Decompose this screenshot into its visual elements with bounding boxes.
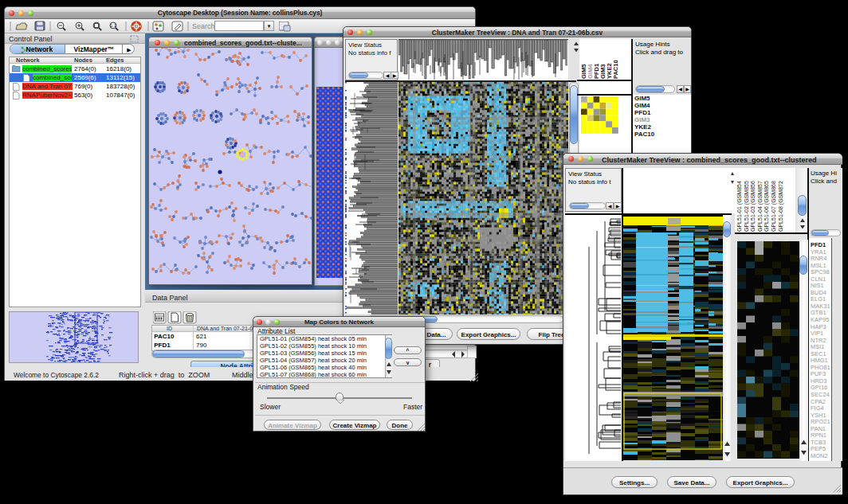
svg-text:1:1: 1:1: [111, 23, 116, 28]
